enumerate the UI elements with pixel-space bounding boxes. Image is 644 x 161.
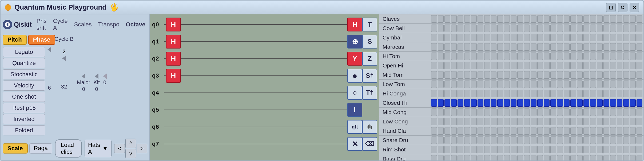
window-dot[interactable] xyxy=(5,4,11,11)
pad-0-31[interactable] xyxy=(637,15,642,23)
pad-0-0[interactable] xyxy=(431,15,437,23)
pad-2-22[interactable] xyxy=(577,34,583,41)
pad-6-24[interactable] xyxy=(590,71,596,79)
pad-10-23[interactable] xyxy=(583,108,589,116)
pad-10-3[interactable] xyxy=(451,108,457,116)
pad-14-28[interactable] xyxy=(617,146,623,153)
pad-2-11[interactable] xyxy=(504,34,510,41)
pad-3-22[interactable] xyxy=(577,43,583,51)
pad-0-25[interactable] xyxy=(597,15,603,23)
pad-5-3[interactable] xyxy=(451,62,457,69)
pad-6-11[interactable] xyxy=(504,71,510,79)
pad-3-6[interactable] xyxy=(471,43,477,51)
pad-1-2[interactable] xyxy=(444,25,450,32)
pad-6-13[interactable] xyxy=(517,71,523,79)
pad-15-17[interactable] xyxy=(544,155,550,160)
pad-12-13[interactable] xyxy=(517,127,523,135)
pad-1-18[interactable] xyxy=(550,25,556,32)
pad-9-12[interactable] xyxy=(511,99,516,107)
pad-13-0[interactable] xyxy=(431,136,437,144)
pad-2-10[interactable] xyxy=(497,34,503,41)
pad-4-15[interactable] xyxy=(531,53,536,60)
pad-0-27[interactable] xyxy=(610,15,616,23)
pad-6-19[interactable] xyxy=(557,71,563,79)
pad-3-4[interactable] xyxy=(458,43,463,51)
pad-15-20[interactable] xyxy=(564,155,570,160)
pad-11-22[interactable] xyxy=(577,118,583,125)
pad-6-30[interactable] xyxy=(630,71,636,79)
pad-9-5[interactable] xyxy=(464,99,470,107)
pad-14-9[interactable] xyxy=(491,146,497,153)
end-gate-left-q4[interactable]: ○ xyxy=(347,86,362,100)
pad-10-8[interactable] xyxy=(484,108,490,116)
pad-15-3[interactable] xyxy=(451,155,457,160)
pad-8-13[interactable] xyxy=(517,90,523,97)
pad-5-5[interactable] xyxy=(464,62,470,69)
end-gate-right-q3[interactable]: S† xyxy=(362,69,377,83)
pad-9-28[interactable] xyxy=(617,99,623,107)
pad-12-20[interactable] xyxy=(564,127,570,135)
pad-11-13[interactable] xyxy=(517,118,523,125)
pad-9-24[interactable] xyxy=(590,99,596,107)
pad-15-24[interactable] xyxy=(590,155,596,160)
pad-4-16[interactable] xyxy=(537,53,543,60)
pad-9-25[interactable] xyxy=(597,99,603,107)
pad-10-30[interactable] xyxy=(630,108,636,116)
pad-8-5[interactable] xyxy=(464,90,470,97)
pad-9-26[interactable] xyxy=(603,99,609,107)
pad-5-8[interactable] xyxy=(484,62,490,69)
pad-3-0[interactable] xyxy=(431,43,437,51)
folded-button[interactable]: Folded xyxy=(3,125,45,135)
pad-1-25[interactable] xyxy=(597,25,603,32)
pad-9-9[interactable] xyxy=(491,99,497,107)
end-gate-right-q4[interactable]: T† xyxy=(362,86,377,100)
pad-1-23[interactable] xyxy=(583,25,589,32)
pad-12-12[interactable] xyxy=(511,127,516,135)
pad-7-4[interactable] xyxy=(458,80,463,88)
pad-5-29[interactable] xyxy=(623,62,629,69)
gate-h-q2[interactable]: H xyxy=(166,52,181,66)
pad-0-23[interactable] xyxy=(583,15,589,23)
pad-5-6[interactable] xyxy=(471,62,477,69)
pad-10-16[interactable] xyxy=(537,108,543,116)
pad-14-21[interactable] xyxy=(570,146,576,153)
pad-0-16[interactable] xyxy=(537,15,543,23)
pad-6-1[interactable] xyxy=(438,71,444,79)
pad-0-15[interactable] xyxy=(531,15,536,23)
pad-3-19[interactable] xyxy=(557,43,563,51)
pad-14-4[interactable] xyxy=(458,146,463,153)
pad-1-8[interactable] xyxy=(484,25,490,32)
pad-10-18[interactable] xyxy=(550,108,556,116)
pad-10-19[interactable] xyxy=(557,108,563,116)
pad-12-9[interactable] xyxy=(491,127,497,135)
pad-4-24[interactable] xyxy=(590,53,596,60)
pad-5-14[interactable] xyxy=(524,62,530,69)
pad-2-23[interactable] xyxy=(583,34,589,41)
pad-7-20[interactable] xyxy=(564,80,570,88)
pad-13-31[interactable] xyxy=(637,136,642,144)
pad-7-11[interactable] xyxy=(504,80,510,88)
pad-1-1[interactable] xyxy=(438,25,444,32)
pad-8-26[interactable] xyxy=(603,90,609,97)
pad-5-16[interactable] xyxy=(537,62,543,69)
pad-10-20[interactable] xyxy=(564,108,570,116)
pad-1-26[interactable] xyxy=(603,25,609,32)
pad-15-16[interactable] xyxy=(537,155,543,160)
pad-14-7[interactable] xyxy=(478,146,483,153)
pad-13-5[interactable] xyxy=(464,136,470,144)
pad-5-23[interactable] xyxy=(583,62,589,69)
pad-9-17[interactable] xyxy=(544,99,550,107)
pad-6-21[interactable] xyxy=(570,71,576,79)
pad-11-27[interactable] xyxy=(610,118,616,125)
pad-7-28[interactable] xyxy=(617,80,623,88)
pad-3-11[interactable] xyxy=(504,43,510,51)
pad-8-24[interactable] xyxy=(590,90,596,97)
pad-0-12[interactable] xyxy=(511,15,516,23)
pad-9-3[interactable] xyxy=(451,99,457,107)
pad-8-15[interactable] xyxy=(531,90,536,97)
pad-2-13[interactable] xyxy=(517,34,523,41)
pad-14-11[interactable] xyxy=(504,146,510,153)
pad-6-28[interactable] xyxy=(617,71,623,79)
pad-6-20[interactable] xyxy=(564,71,570,79)
pad-1-24[interactable] xyxy=(590,25,596,32)
